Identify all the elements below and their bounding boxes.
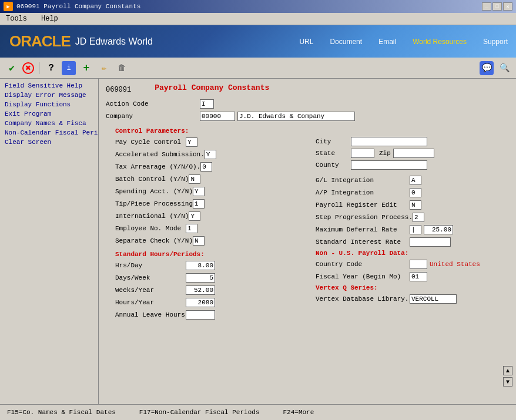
max-def-label: Maximum Deferral Rate xyxy=(316,226,410,233)
city-input[interactable] xyxy=(351,137,427,146)
header-nav: URL Document Email World Resources Suppo… xyxy=(291,25,516,58)
cancel-button[interactable]: ✖ xyxy=(22,62,34,74)
minimize-button[interactable]: _ xyxy=(482,2,491,11)
hrs-day-input[interactable] xyxy=(186,261,215,270)
nav-email[interactable]: Email xyxy=(370,25,404,58)
spending-row: Spending Acct. (Y/N) xyxy=(115,186,299,197)
checkmark-button[interactable]: ✔ xyxy=(5,61,19,75)
menu-help[interactable]: Help xyxy=(39,14,61,23)
city-row: City xyxy=(316,136,509,147)
col-right: City State Zip County G/L Integration xyxy=(311,124,509,322)
days-week-input[interactable] xyxy=(186,273,215,283)
maximize-button[interactable]: □ xyxy=(492,2,502,11)
std-int-input[interactable] xyxy=(410,237,451,247)
std-int-row: Standard Interest Rate xyxy=(316,237,509,247)
nav-document[interactable]: Document xyxy=(321,25,370,58)
max-def-row: Maximum Deferral Rate xyxy=(316,224,509,235)
step-prog-row: Step Progression Process. xyxy=(316,212,509,223)
window-title: 069091 Payroll Company Constants xyxy=(16,3,140,10)
company-input[interactable] xyxy=(200,112,235,121)
county-row: County xyxy=(316,160,509,170)
sidebar-item-display-functions[interactable]: Display Functions xyxy=(0,100,98,109)
tip-piece-label: Tip/Piece Processing xyxy=(115,200,193,207)
sep-check-input[interactable] xyxy=(193,236,205,246)
nav-support[interactable]: Support xyxy=(475,25,516,58)
ap-int-row: A/P Integration xyxy=(316,187,509,198)
pay-cycle-input[interactable] xyxy=(186,137,197,147)
step-prog-input[interactable] xyxy=(413,213,424,222)
emp-no-input[interactable] xyxy=(186,224,197,233)
sep-check-row: Separate Check (Y/N) xyxy=(115,236,299,246)
help-button[interactable]: ? xyxy=(44,61,58,75)
days-week-row: Days/Week xyxy=(115,273,299,283)
sidebar-item-non-calendar[interactable]: Non-Calendar Fiscal Peri xyxy=(0,128,98,137)
country-code-row: Country Code United States xyxy=(316,259,509,270)
scroll-up-button[interactable]: ▲ xyxy=(503,366,512,375)
sidebar-item-exit[interactable]: Exit Program xyxy=(0,109,98,119)
state-input[interactable] xyxy=(351,149,374,158)
search-button[interactable]: 🔍 xyxy=(497,61,511,75)
sidebar-item-display-error[interactable]: Display Error Message xyxy=(0,90,98,100)
gl-int-row: G/L Integration xyxy=(316,175,509,186)
company-label: Company xyxy=(106,113,200,120)
status-bar: F15=Co. Names & Fiscal Dates F17=Non-Cal… xyxy=(0,404,516,419)
form-title: Payroll Company Constants xyxy=(155,83,269,92)
max-def-right-input[interactable] xyxy=(424,225,453,234)
international-row: International (Y/N) xyxy=(115,211,299,221)
zip-input[interactable] xyxy=(393,149,434,158)
nav-world-resources[interactable]: World Resources xyxy=(404,25,475,58)
hours-year-label: Hours/Year xyxy=(115,299,186,306)
vertex-db-input[interactable] xyxy=(410,294,457,304)
jd-edwards-text: JD Edwards xyxy=(75,36,126,47)
nav-url[interactable]: URL xyxy=(291,25,321,58)
accel-sub-input[interactable] xyxy=(205,150,216,159)
emp-no-row: Employee No. Mode xyxy=(115,223,299,234)
toolbar: ✔ ✖ ? i + ✏ 🗑 💬 🔍 xyxy=(0,58,516,79)
international-input[interactable] xyxy=(189,211,200,221)
hours-year-input[interactable] xyxy=(186,298,215,307)
max-def-left-input[interactable] xyxy=(410,225,421,234)
weeks-year-row: Weeks/Year xyxy=(115,285,299,295)
oracle-header: ORACLE JD Edwards World URL Document Ema… xyxy=(0,25,516,58)
info-button[interactable]: i xyxy=(62,61,76,75)
tax-arr-input[interactable] xyxy=(200,162,212,172)
county-label: County xyxy=(316,162,351,169)
vertex-header: Vertex Q Series: xyxy=(316,284,509,291)
sidebar-item-field-help[interactable]: Field Sensitive Help xyxy=(0,81,98,90)
spending-input[interactable] xyxy=(193,187,205,196)
payroll-reg-label: Payroll Register Edit xyxy=(316,201,410,209)
std-int-label: Standard Interest Rate xyxy=(316,238,410,246)
delete-button[interactable]: 🗑 xyxy=(115,61,129,75)
weeks-year-input[interactable] xyxy=(186,285,215,295)
add-button[interactable]: + xyxy=(79,61,93,75)
annual-leave-input[interactable] xyxy=(186,310,215,320)
close-button[interactable]: ✕ xyxy=(503,2,512,11)
ap-int-input[interactable] xyxy=(410,188,421,197)
status-f15: F15=Co. Names & Fiscal Dates xyxy=(7,409,116,416)
scroll-down-button[interactable]: ▼ xyxy=(503,377,512,387)
zip-label: Zip xyxy=(379,150,391,157)
country-code-input[interactable] xyxy=(410,260,427,269)
gl-int-label: G/L Integration xyxy=(316,177,410,184)
content-area: 069091 Payroll Company Constants Action … xyxy=(99,79,516,404)
payroll-reg-input[interactable] xyxy=(410,200,421,210)
chat-button[interactable]: 💬 xyxy=(480,61,494,75)
sidebar-item-clear-screen[interactable]: Clear Screen xyxy=(0,137,98,147)
sidebar-item-company-names[interactable]: Company Names & Fisca xyxy=(0,119,98,128)
menu-tools[interactable]: Tools xyxy=(4,14,29,23)
window-controls[interactable]: _ □ ✕ xyxy=(482,2,512,11)
fiscal-year-input[interactable] xyxy=(410,272,427,281)
sidebar: Field Sensitive Help Display Error Messa… xyxy=(0,79,99,404)
company-name-input[interactable] xyxy=(237,112,355,121)
main-layout: Field Sensitive Help Display Error Messa… xyxy=(0,79,516,404)
edit-button[interactable]: ✏ xyxy=(97,61,111,75)
action-code-row: Action Code xyxy=(106,99,509,109)
spending-label: Spending Acct. (Y/N) xyxy=(115,188,193,195)
batch-ctrl-input[interactable] xyxy=(189,174,200,184)
action-code-input[interactable] xyxy=(200,99,214,109)
county-input[interactable] xyxy=(351,160,427,170)
gl-int-input[interactable] xyxy=(410,176,421,185)
std-hours-header: Standard Hours/Periods: xyxy=(115,251,299,258)
tip-piece-input[interactable] xyxy=(193,199,205,209)
vertex-db-label: Vertex Database Library. xyxy=(316,295,410,303)
